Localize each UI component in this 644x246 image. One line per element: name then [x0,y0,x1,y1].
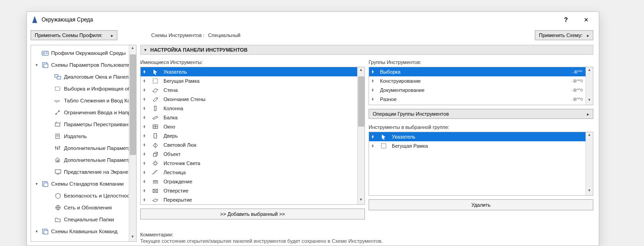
drag-handle-icon[interactable]: ▴▾ [143,189,147,193]
tool-label: Стена [164,87,354,93]
drag-handle-icon[interactable]: ▴▾ [143,134,147,138]
drag-handle-icon[interactable]: ▴▾ [372,88,375,92]
scroll-down-icon[interactable]: ▾ [586,188,593,195]
tool-row[interactable]: ▴▾Окончание Стены [141,95,357,104]
drag-handle-icon[interactable]: ▴▾ [143,143,147,147]
group-tools-list[interactable]: ▴▾Указатель▴▾Бегущая Рамка ▴ ▾ [369,132,593,196]
tree-item[interactable]: Сеть и Обновления [31,202,129,214]
drag-handle-icon[interactable]: ▴▾ [372,97,375,101]
drag-handle-icon[interactable]: ▴▾ [143,198,147,202]
environment-dialog: Окружающая Среда ? ✕ Применить Схемы Про… [26,11,599,246]
apply-profile-scheme-button[interactable]: Применить Схемы Профиля: ▸ [31,30,117,40]
group-operations-button[interactable]: Операции Группы Инструментов ▸ [369,109,593,119]
close-button[interactable]: ✕ [576,13,596,27]
drag-handle-icon[interactable]: ▴▾ [143,88,147,92]
group-tool-row[interactable]: ▴▾Бегущая Рамка [369,141,586,150]
tree-item[interactable]: Параметры Перестраивания Мо [31,118,129,130]
scroll-thumb[interactable] [130,54,136,155]
tool-row[interactable]: ▴▾Бегущая Рамка [141,76,357,86]
group-row[interactable]: ▴▾Разное₋⊞ᴬᴮ0 [369,95,586,104]
drag-handle-icon[interactable]: ▴▾ [143,79,147,83]
scroll-thumb[interactable] [358,76,364,127]
apply-scheme-button[interactable]: Применить Схему: ▸ [535,30,593,40]
drag-handle-icon[interactable]: ▴▾ [143,152,147,156]
tree-item[interactable]: Диалоговые Окна и Панели [31,71,129,83]
add-selected-button[interactable]: >> Добавить выбранный >> [140,209,365,219]
drag-handle-icon[interactable]: ▴▾ [143,171,147,174]
tool-row[interactable]: ▴▾Объект [141,150,357,159]
group-row[interactable]: ▴▾Конструирование₋⊞ᴬᴮ0 [369,76,586,86]
tree-item[interactable]: Представление на Экране [31,166,129,178]
scroll-up-icon[interactable]: ▴ [129,45,136,53]
tree-item[interactable]: Выборка и Информация об Эле [31,83,129,95]
tree-caret[interactable]: ▾ [34,182,39,186]
drag-handle-icon[interactable]: ▴▾ [143,107,147,110]
tree-item[interactable]: Профили Окружающей Среды [31,47,129,59]
drag-handle-icon[interactable]: ▴▾ [372,79,375,83]
tool-row[interactable]: ▴▾Перекрытие [141,195,357,204]
tree-item[interactable]: Безопасность и Целостность да [31,190,129,202]
tree-item[interactable]: Издатель [31,130,129,142]
drag-handle-icon[interactable]: ▴▾ [143,97,147,101]
help-button[interactable]: ? [556,13,576,27]
tree-caret[interactable]: ▾ [34,229,39,234]
drag-handle-icon[interactable]: ▴▾ [143,180,147,183]
tool-row[interactable]: ▴▾Световой Люк [141,140,357,150]
tool-row[interactable]: ▴▾Окно [141,122,357,131]
tool-label: Бегущая Рамка [164,78,354,84]
tree-view[interactable]: Профили Окружающей Среды▾Схемы Параметро… [31,45,129,241]
tool-row[interactable]: ▴▾Балка [141,113,357,122]
drag-handle-icon[interactable]: ▴▾ [372,135,375,139]
tree-item[interactable]: ▾Схемы Параметров Пользователя [31,59,129,71]
tracker-icon: xyz [54,97,62,104]
tool-row[interactable]: ▴▾Лестница [141,168,357,177]
tree-item[interactable]: Дополнительные Параметры О [31,154,129,166]
group-row[interactable]: ▴▾Документирование₋⊞ᴬᴮ0 [369,86,586,95]
tool-groups-list[interactable]: ▴▾Выборка₋⊞ᴬᴮᶜ▴▾Конструирование₋⊞ᴬᴮ0▴▾До… [369,67,593,105]
group-tools-scrollbar[interactable]: ▴ ▾ [586,132,593,195]
drag-handle-icon[interactable]: ▴▾ [143,70,147,74]
scroll-down-icon[interactable]: ▾ [358,197,364,204]
tool-row[interactable]: ▴▾Отверстие [141,186,357,195]
tree-item[interactable]: Дополнительные Параметры [31,142,129,154]
group-row[interactable]: ▴▾Выборка₋⊞ᴬᴮᶜ [369,67,586,76]
remove-button[interactable]: Удалить [369,199,593,210]
drag-handle-icon[interactable]: ▴▾ [143,161,147,165]
tree-item[interactable]: Специальные Папки [31,214,129,225]
profiles-icon [42,49,49,57]
scroll-up-icon[interactable]: ▴ [586,132,593,139]
scroll-up-icon[interactable]: ▴ [586,67,593,75]
drag-handle-icon[interactable]: ▴▾ [372,144,375,148]
drag-handle-icon[interactable]: ▴▾ [372,70,375,74]
svg-rect-8 [55,87,60,91]
scroll-up-icon[interactable]: ▴ [358,67,364,75]
drag-handle-icon[interactable]: ▴▾ [143,125,147,128]
tool-row[interactable]: ▴▾Указатель [141,67,357,76]
tree-item[interactable]: Ограничения Ввода и Направл [31,107,129,118]
sidebar-scrollbar[interactable]: ▴ ▾ [129,45,136,241]
svg-point-24 [59,146,60,148]
scroll-down-icon[interactable]: ▾ [129,234,136,241]
available-tools-label: Имеющиеся Инструменты: [140,59,365,65]
tree-item[interactable]: Клавишные Команды [31,237,129,241]
group-tool-row[interactable]: ▴▾Указатель [369,132,586,141]
tool-row[interactable]: ▴▾Колонна [141,104,357,113]
tool-row[interactable]: ▴▾Дверь [141,131,357,140]
opening-icon [152,187,159,194]
content-area: ▾ НАСТРОЙКА ПАНЕЛИ ИНСТРУМЕНТОВ Имеющиес… [137,45,599,244]
scroll-down-icon[interactable]: ▾ [586,97,593,105]
available-scrollbar[interactable]: ▴ ▾ [357,67,364,204]
tree-caret[interactable]: ▾ [34,63,39,67]
section-header[interactable]: ▾ НАСТРОЙКА ПАНЕЛИ ИНСТРУМЕНТОВ [140,45,593,55]
tree-item[interactable]: ▾Схемы Стандартов Компании [31,178,129,190]
groups-scrollbar[interactable]: ▴ ▾ [586,67,593,105]
tool-row[interactable]: ▴▾Стена [141,86,357,95]
tree-item[interactable]: ▾Схемы Клавишных Команд [31,225,129,237]
available-tools-list[interactable]: ▴▾Указатель▴▾Бегущая Рамка▴▾Стена▴▾Оконч… [140,67,365,205]
drag-handle-icon[interactable]: ▴▾ [143,116,147,119]
tool-row[interactable]: ▴▾Источник Света [141,159,357,168]
arrow-right-icon: ▸ [587,112,589,117]
keyboard-icon [42,228,49,235]
tree-item[interactable]: xyzТабло Слежения и Ввод Коорди [31,95,129,107]
tool-row[interactable]: ▴▾Ограждение [141,177,357,186]
